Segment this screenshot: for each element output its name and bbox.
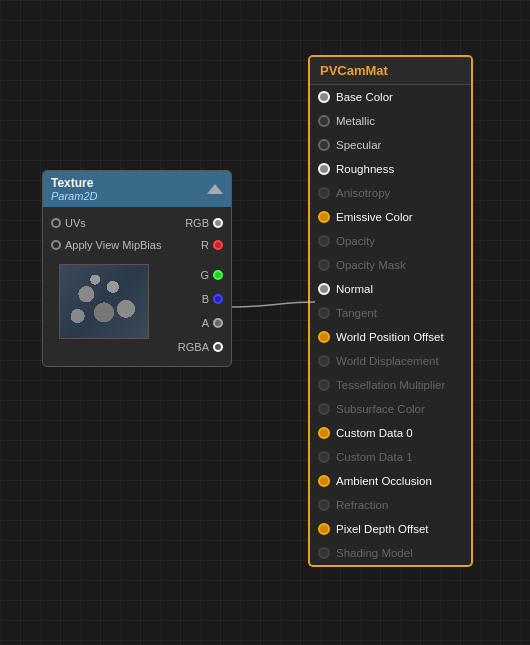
pin-specular[interactable]: Specular — [310, 133, 471, 157]
texture-node-title: Texture — [51, 176, 97, 190]
channel-b-row: B — [178, 288, 223, 310]
channel-g-row: G — [178, 264, 223, 286]
uvs-right: RGB — [185, 217, 223, 229]
mipbias-value: R — [201, 239, 209, 251]
pin-pixel-depth-offset-socket[interactable] — [318, 523, 330, 535]
pin-emissive-color-socket[interactable] — [318, 211, 330, 223]
channel-rgba-socket[interactable] — [213, 342, 223, 352]
texture-node-header: Texture Param2D — [43, 171, 231, 207]
pin-base-color-socket[interactable] — [318, 91, 330, 103]
pin-tangent-label: Tangent — [336, 307, 377, 319]
pin-roughness-socket[interactable] — [318, 163, 330, 175]
pin-opacity-mask[interactable]: Opacity Mask — [310, 253, 471, 277]
mipbias-output-socket[interactable] — [213, 240, 223, 250]
material-node-title: PVCamMat — [320, 63, 388, 78]
channel-rgba-label: RGBA — [178, 341, 209, 353]
pin-metallic-socket[interactable] — [318, 115, 330, 127]
pin-subsurface[interactable]: Subsurface Color — [310, 397, 471, 421]
pin-custom-data-1[interactable]: Custom Data 1 — [310, 445, 471, 469]
uvs-row: UVs RGB — [43, 212, 231, 234]
pin-specular-socket[interactable] — [318, 139, 330, 151]
channel-b-socket[interactable] — [213, 294, 223, 304]
material-node[interactable]: PVCamMat Base Color Metallic Specular Ro… — [308, 55, 473, 567]
pin-shading-model-socket[interactable] — [318, 547, 330, 559]
pin-anisotropy-label: Anisotropy — [336, 187, 390, 199]
pin-pixel-depth-offset[interactable]: Pixel Depth Offset — [310, 517, 471, 541]
pin-roughness-label: Roughness — [336, 163, 394, 175]
channel-g-label: G — [200, 269, 209, 281]
pin-opacity-label: Opacity — [336, 235, 375, 247]
pin-pixel-depth-offset-label: Pixel Depth Offset — [336, 523, 428, 535]
pin-refraction[interactable]: Refraction — [310, 493, 471, 517]
pin-tangent-socket[interactable] — [318, 307, 330, 319]
uvs-value: RGB — [185, 217, 209, 229]
texture-node-body: UVs RGB Apply View MipBias R G — [43, 207, 231, 366]
pin-refraction-label: Refraction — [336, 499, 388, 511]
texture-preview — [59, 264, 149, 339]
pin-custom-data-0-label: Custom Data 0 — [336, 427, 413, 439]
pin-specular-label: Specular — [336, 139, 381, 151]
pin-world-displacement-label: World Displacement — [336, 355, 439, 367]
pin-wpo[interactable]: World Position Offset — [310, 325, 471, 349]
mipbias-label: Apply View MipBias — [65, 239, 201, 251]
channel-a-socket[interactable] — [213, 318, 223, 328]
pin-world-displacement[interactable]: World Displacement — [310, 349, 471, 373]
uvs-output-socket[interactable] — [213, 218, 223, 228]
pin-emissive-color-label: Emissive Color — [336, 211, 413, 223]
pin-custom-data-1-label: Custom Data 1 — [336, 451, 413, 463]
pin-subsurface-label: Subsurface Color — [336, 403, 425, 415]
pin-tessellation-label: Tessellation Multiplier — [336, 379, 445, 391]
pin-opacity[interactable]: Opacity — [310, 229, 471, 253]
mipbias-row: Apply View MipBias R — [43, 234, 231, 256]
pin-base-color[interactable]: Base Color — [310, 85, 471, 109]
pin-opacity-socket[interactable] — [318, 235, 330, 247]
pin-normal-socket[interactable] — [318, 283, 330, 295]
pin-ambient-occlusion-socket[interactable] — [318, 475, 330, 487]
pin-metallic[interactable]: Metallic — [310, 109, 471, 133]
pin-shading-model-label: Shading Model — [336, 547, 413, 559]
pin-custom-data-1-socket[interactable] — [318, 451, 330, 463]
texture-node[interactable]: Texture Param2D UVs RGB Apply View MipBi… — [42, 170, 232, 367]
uvs-input-socket[interactable] — [51, 218, 61, 228]
pin-tessellation-socket[interactable] — [318, 379, 330, 391]
pin-subsurface-socket[interactable] — [318, 403, 330, 415]
texture-node-subtitle: Param2D — [51, 190, 97, 202]
pin-ambient-occlusion[interactable]: Ambient Occlusion — [310, 469, 471, 493]
pin-tangent[interactable]: Tangent — [310, 301, 471, 325]
pin-wpo-socket[interactable] — [318, 331, 330, 343]
material-node-header: PVCamMat — [310, 57, 471, 85]
texture-preview-image — [60, 265, 148, 338]
pin-emissive-color[interactable]: Emissive Color — [310, 205, 471, 229]
channel-g-socket[interactable] — [213, 270, 223, 280]
pin-base-color-label: Base Color — [336, 91, 393, 103]
channel-b-label: B — [202, 293, 209, 305]
pin-world-displacement-socket[interactable] — [318, 355, 330, 367]
pin-normal-label: Normal — [336, 283, 373, 295]
pin-normal[interactable]: Normal — [310, 277, 471, 301]
pin-metallic-label: Metallic — [336, 115, 375, 127]
pin-refraction-socket[interactable] — [318, 499, 330, 511]
channel-rgba-row: RGBA — [178, 336, 223, 358]
pin-opacity-mask-label: Opacity Mask — [336, 259, 406, 271]
mipbias-input-socket[interactable] — [51, 240, 61, 250]
channel-a-row: A — [178, 312, 223, 334]
uvs-label: UVs — [65, 217, 185, 229]
pin-anisotropy-socket[interactable] — [318, 187, 330, 199]
channel-a-label: A — [202, 317, 209, 329]
pin-roughness[interactable]: Roughness — [310, 157, 471, 181]
pin-custom-data-0[interactable]: Custom Data 0 — [310, 421, 471, 445]
pin-ambient-occlusion-label: Ambient Occlusion — [336, 475, 432, 487]
mipbias-right: R — [201, 239, 223, 251]
pin-wpo-label: World Position Offset — [336, 331, 444, 343]
pin-anisotropy[interactable]: Anisotropy — [310, 181, 471, 205]
pin-shading-model[interactable]: Shading Model — [310, 541, 471, 565]
pin-tessellation[interactable]: Tessellation Multiplier — [310, 373, 471, 397]
collapse-icon[interactable] — [207, 184, 223, 194]
pin-opacity-mask-socket[interactable] — [318, 259, 330, 271]
pin-custom-data-0-socket[interactable] — [318, 427, 330, 439]
